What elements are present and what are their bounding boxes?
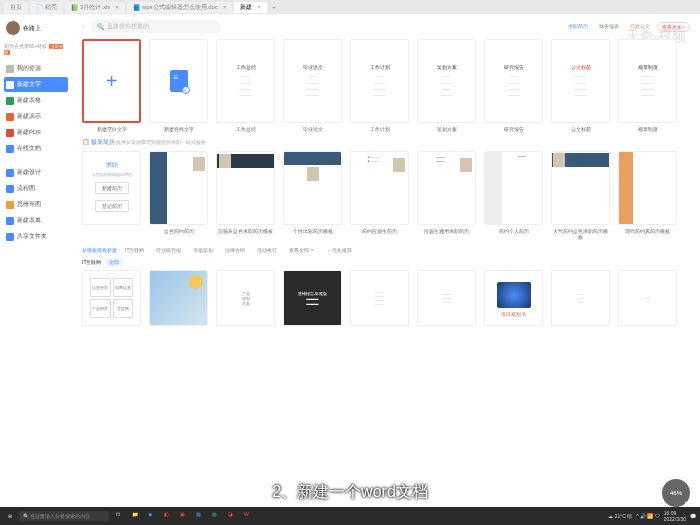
section-resume: 📋 极简简历 提供从策划撰写到视觉的求职一站式服务 [82,138,690,147]
template-official[interactable]: 公文标题————————————公文标题 [551,39,610,132]
close-icon[interactable]: × [223,4,227,10]
task-view-icon[interactable]: ⊡ [116,511,126,521]
doc-icon: + [170,70,188,92]
resume-5[interactable]: ——————应届生通用求职简历 [417,151,476,240]
search-input[interactable]: 🔍 直接搜你想要的 [91,20,221,33]
nav-new-word[interactable]: 新建文字 [4,77,68,92]
tab-new[interactable]: 新建× [234,2,267,13]
template-rules[interactable]: 规章制度————————————规章制度 [618,39,677,132]
template-row-1: +新建空白文字 +新建在线文字 工作总结— ——————————工作总结 毕业论… [82,39,690,132]
it-card-7[interactable]: 项目规划书 [484,270,543,326]
template-plan[interactable]: 工作计划———————————工作计划 [350,39,409,132]
user-profile[interactable]: 在路上 [4,18,68,38]
it-card-1[interactable]: 运营策划电商运营产品研发互联网 [82,270,141,326]
taskbar: ⊞ 🔍 在这里输入你要搜索的内容 ⊡ 📁 ◉ ◧ ▣ ▦ ▩ ◪ W ☁ 21°… [0,507,700,525]
nav-mindmap[interactable]: 思维导图 [4,197,68,212]
nav-new-pdf[interactable]: 新建PDF [4,125,68,140]
resume-2[interactable]: 沉稳灰蓝色求职简历模板 [216,151,275,240]
resume-3[interactable]: 个性出彩简历模板 [283,151,342,240]
it-label: IT互联网 [82,259,101,265]
nav-new-sheet[interactable]: 新建表格 [4,93,68,108]
chip-resume[interactable]: 求职简历 [564,22,592,32]
taskbar-search[interactable]: 🔍 在这里输入你要搜索的内容 [19,511,109,521]
it-card-4[interactable]: 营销报告-标准版▬▬▬▬▬▬ [283,270,342,326]
nav-shared[interactable]: 共享文件夹 [4,229,68,244]
filter-legal[interactable]: 法律合同 [221,246,249,254]
nav-my-resources[interactable]: 我的资源 [4,61,68,76]
resume-create[interactable]: 求职从容面对职场面试评估新建简历登记简历 [82,151,141,240]
chip-finance[interactable]: 财务报表 [595,22,623,32]
tab-home[interactable]: 首页 [4,2,28,13]
explorer-icon[interactable]: 📁 [132,511,142,521]
nav-form[interactable]: 新建表单 [4,213,68,228]
resume-7[interactable]: 大气简约蓝色求职简历模板 [551,151,610,240]
edge-icon[interactable]: ◉ [148,511,158,521]
it-card-5[interactable]: ———————————— [350,270,409,326]
tab-docer[interactable]: 📄 稻壳 [30,2,63,13]
filter-bar: 从模板模板新建 IT互联网 行业研究报 市场策划 法律合同 活动执行 查看全部 … [82,246,690,254]
it-card-9[interactable]: —— [618,270,677,326]
wps-icon[interactable]: W [244,511,254,521]
it-row: 运营策划电商运营产品研发互联网 产品策划方案 营销报告-标准版▬▬▬▬▬▬ ——… [82,270,690,326]
template-report[interactable]: 研究报告———————————研究报告 [484,39,543,132]
filter-activity[interactable]: 活动执行 [253,246,281,254]
content-area: 天奇·视频 ‹ 🔍 直接搜你想要的 求职简历 财务报表 行政公文 查看更多> +… [72,14,700,507]
tab-bar: 首页 📄 稻壳 📗 3月统计.xls× 📘 wps公式编辑器怎么使用.doc× … [0,0,700,14]
app-icon-4[interactable]: ▩ [212,511,222,521]
progress-indicator: 46%▶ [662,479,690,507]
tab-doc[interactable]: 📘 wps公式编辑器怎么使用.doc× [127,2,233,13]
resume-1[interactable]: 蓝色简约简历 [149,151,208,240]
vip-banner[interactable]: 稻壳会员享80+特权 立即开通 [4,41,68,57]
filter-label: 从模板模板新建 [82,247,117,253]
filter-market[interactable]: 市场策划 [189,246,217,254]
template-online[interactable]: +新建在线文字 [149,39,208,132]
app-icon-5[interactable]: ◪ [228,511,238,521]
app-icon-1[interactable]: ◧ [164,511,174,521]
tray-icons[interactable]: ^ 🔊 📶 🛡 [636,513,660,519]
notifications-icon[interactable]: 💬 [690,513,696,519]
filter-it[interactable]: IT互联网 [121,246,148,254]
tab-xls[interactable]: 📗 3月统计.xls× [65,2,125,13]
start-button[interactable]: ⊞ [4,510,16,522]
template-thesis[interactable]: 毕业论文———————————毕业论文 [283,39,342,132]
nav-new-ppt[interactable]: 新建演示 [4,109,68,124]
app-icon-2[interactable]: ▣ [180,511,190,521]
it-card-3[interactable]: 产品策划方案 [216,270,275,326]
resume-8[interactable]: 现代简约风简历模板 [618,151,677,240]
resume-row: 求职从容面对职场面试评估新建简历登记简历 蓝色简约简历 沉稳灰蓝色求职简历模板 … [82,151,690,240]
plus-icon: + [106,70,118,93]
filter-industry[interactable]: 行业研究报 [152,246,185,254]
close-icon[interactable]: × [257,4,261,10]
sidebar: 在路上 稻壳会员享80+特权 立即开通 我的资源 新建文字 新建表格 新建演示 … [0,14,72,507]
avatar [6,21,20,35]
it-card-8[interactable]: —————— [551,270,610,326]
app-icon-3[interactable]: ▦ [196,511,206,521]
nav-design[interactable]: 新建设计 [4,165,68,180]
resume-6[interactable]: ———简约个人简历 [484,151,543,240]
it-card-2[interactable] [149,270,208,326]
back-button[interactable]: ‹ [82,22,85,31]
clock[interactable]: 16:092022/3/30 [664,510,686,522]
video-caption: 2、新建一个word文档 [272,482,428,503]
resume-4[interactable]: ■ ———■ ———简约应届生简历 [350,151,409,240]
it-card-6[interactable]: ————————— [417,270,476,326]
template-blank[interactable]: +新建空白文字 [82,39,141,132]
template-summary[interactable]: 工作总结— ——————————工作总结 [216,39,275,132]
nav-online-doc[interactable]: 在线文档 [4,141,68,156]
close-icon[interactable]: × [115,4,119,10]
it-all[interactable]: 全部 [105,258,123,266]
weather[interactable]: ☁ 21°C 晴 [608,513,632,519]
template-scheme[interactable]: 策划方案——————————策划方案 [417,39,476,132]
username: 在路上 [23,24,41,33]
filter-more[interactable]: 查看全部 > [285,246,317,254]
it-filter: IT互联网 全部 [82,258,690,266]
nav-flowchart[interactable]: 流程图 [4,181,68,196]
new-tab-button[interactable]: + [269,4,279,10]
